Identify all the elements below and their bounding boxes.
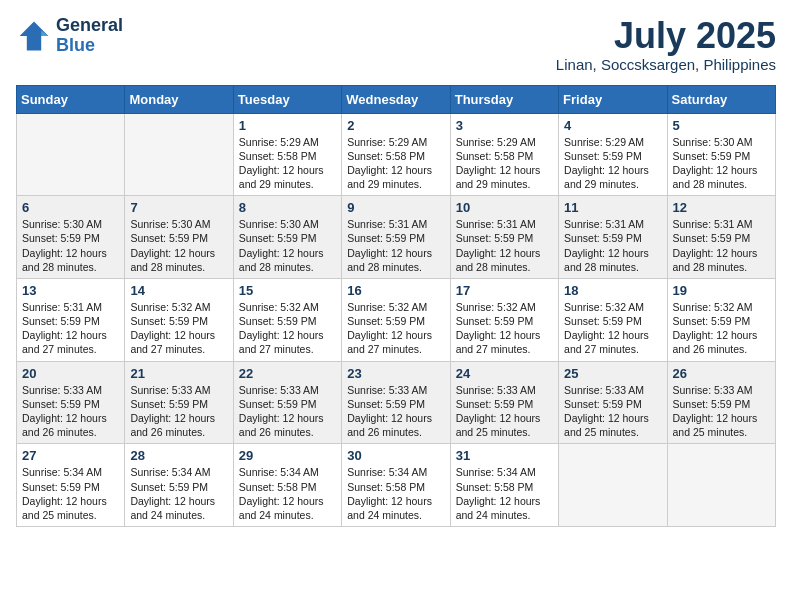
day-number: 25 [564,366,661,381]
cell-info: Sunrise: 5:31 AM Sunset: 5:59 PM Dayligh… [673,217,770,274]
day-number: 2 [347,118,444,133]
cell-info: Sunrise: 5:30 AM Sunset: 5:59 PM Dayligh… [673,135,770,192]
cell-info: Sunrise: 5:32 AM Sunset: 5:59 PM Dayligh… [673,300,770,357]
cell-info: Sunrise: 5:31 AM Sunset: 5:59 PM Dayligh… [456,217,553,274]
calendar-cell: 17Sunrise: 5:32 AM Sunset: 5:59 PM Dayli… [450,278,558,361]
day-number: 20 [22,366,119,381]
calendar-cell: 30Sunrise: 5:34 AM Sunset: 5:58 PM Dayli… [342,444,450,527]
calendar-cell: 20Sunrise: 5:33 AM Sunset: 5:59 PM Dayli… [17,361,125,444]
day-number: 9 [347,200,444,215]
calendar-cell: 27Sunrise: 5:34 AM Sunset: 5:59 PM Dayli… [17,444,125,527]
day-number: 26 [673,366,770,381]
cell-info: Sunrise: 5:31 AM Sunset: 5:59 PM Dayligh… [347,217,444,274]
calendar-cell: 18Sunrise: 5:32 AM Sunset: 5:59 PM Dayli… [559,278,667,361]
day-number: 24 [456,366,553,381]
day-number: 4 [564,118,661,133]
location: Linan, Soccsksargen, Philippines [556,56,776,73]
weekday-header-friday: Friday [559,85,667,113]
calendar-cell: 6Sunrise: 5:30 AM Sunset: 5:59 PM Daylig… [17,196,125,279]
calendar-cell: 11Sunrise: 5:31 AM Sunset: 5:59 PM Dayli… [559,196,667,279]
day-number: 15 [239,283,336,298]
cell-info: Sunrise: 5:30 AM Sunset: 5:59 PM Dayligh… [239,217,336,274]
day-number: 22 [239,366,336,381]
weekday-header-monday: Monday [125,85,233,113]
month-title: July 2025 [556,16,776,56]
weekday-header-thursday: Thursday [450,85,558,113]
cell-info: Sunrise: 5:29 AM Sunset: 5:58 PM Dayligh… [347,135,444,192]
calendar-cell: 26Sunrise: 5:33 AM Sunset: 5:59 PM Dayli… [667,361,775,444]
calendar-cell: 16Sunrise: 5:32 AM Sunset: 5:59 PM Dayli… [342,278,450,361]
cell-info: Sunrise: 5:29 AM Sunset: 5:58 PM Dayligh… [239,135,336,192]
calendar-cell: 22Sunrise: 5:33 AM Sunset: 5:59 PM Dayli… [233,361,341,444]
day-number: 8 [239,200,336,215]
cell-info: Sunrise: 5:32 AM Sunset: 5:59 PM Dayligh… [347,300,444,357]
calendar-table: SundayMondayTuesdayWednesdayThursdayFrid… [16,85,776,527]
calendar-cell [559,444,667,527]
cell-info: Sunrise: 5:31 AM Sunset: 5:59 PM Dayligh… [22,300,119,357]
day-number: 5 [673,118,770,133]
logo-text: General Blue [56,16,123,56]
calendar-week-row: 27Sunrise: 5:34 AM Sunset: 5:59 PM Dayli… [17,444,776,527]
cell-info: Sunrise: 5:33 AM Sunset: 5:59 PM Dayligh… [347,383,444,440]
calendar-cell [125,113,233,196]
title-block: July 2025 Linan, Soccsksargen, Philippin… [556,16,776,73]
page-header: General Blue July 2025 Linan, Soccsksarg… [16,16,776,73]
calendar-header-row: SundayMondayTuesdayWednesdayThursdayFrid… [17,85,776,113]
day-number: 13 [22,283,119,298]
calendar-cell: 13Sunrise: 5:31 AM Sunset: 5:59 PM Dayli… [17,278,125,361]
cell-info: Sunrise: 5:33 AM Sunset: 5:59 PM Dayligh… [456,383,553,440]
calendar-cell: 8Sunrise: 5:30 AM Sunset: 5:59 PM Daylig… [233,196,341,279]
cell-info: Sunrise: 5:33 AM Sunset: 5:59 PM Dayligh… [673,383,770,440]
cell-info: Sunrise: 5:33 AM Sunset: 5:59 PM Dayligh… [564,383,661,440]
day-number: 12 [673,200,770,215]
logo: General Blue [16,16,123,56]
calendar-cell: 31Sunrise: 5:34 AM Sunset: 5:58 PM Dayli… [450,444,558,527]
cell-info: Sunrise: 5:32 AM Sunset: 5:59 PM Dayligh… [564,300,661,357]
weekday-header-sunday: Sunday [17,85,125,113]
calendar-cell: 25Sunrise: 5:33 AM Sunset: 5:59 PM Dayli… [559,361,667,444]
calendar-cell [17,113,125,196]
day-number: 21 [130,366,227,381]
calendar-cell: 5Sunrise: 5:30 AM Sunset: 5:59 PM Daylig… [667,113,775,196]
cell-info: Sunrise: 5:33 AM Sunset: 5:59 PM Dayligh… [239,383,336,440]
calendar-cell: 3Sunrise: 5:29 AM Sunset: 5:58 PM Daylig… [450,113,558,196]
cell-info: Sunrise: 5:33 AM Sunset: 5:59 PM Dayligh… [130,383,227,440]
day-number: 17 [456,283,553,298]
calendar-week-row: 1Sunrise: 5:29 AM Sunset: 5:58 PM Daylig… [17,113,776,196]
calendar-cell: 4Sunrise: 5:29 AM Sunset: 5:59 PM Daylig… [559,113,667,196]
calendar-cell: 29Sunrise: 5:34 AM Sunset: 5:58 PM Dayli… [233,444,341,527]
day-number: 19 [673,283,770,298]
cell-info: Sunrise: 5:32 AM Sunset: 5:59 PM Dayligh… [239,300,336,357]
weekday-header-saturday: Saturday [667,85,775,113]
day-number: 30 [347,448,444,463]
calendar-cell: 12Sunrise: 5:31 AM Sunset: 5:59 PM Dayli… [667,196,775,279]
day-number: 27 [22,448,119,463]
calendar-week-row: 6Sunrise: 5:30 AM Sunset: 5:59 PM Daylig… [17,196,776,279]
day-number: 14 [130,283,227,298]
day-number: 1 [239,118,336,133]
day-number: 31 [456,448,553,463]
calendar-cell [667,444,775,527]
calendar-cell: 1Sunrise: 5:29 AM Sunset: 5:58 PM Daylig… [233,113,341,196]
day-number: 11 [564,200,661,215]
day-number: 3 [456,118,553,133]
cell-info: Sunrise: 5:30 AM Sunset: 5:59 PM Dayligh… [130,217,227,274]
cell-info: Sunrise: 5:32 AM Sunset: 5:59 PM Dayligh… [456,300,553,357]
day-number: 7 [130,200,227,215]
day-number: 16 [347,283,444,298]
cell-info: Sunrise: 5:32 AM Sunset: 5:59 PM Dayligh… [130,300,227,357]
calendar-cell: 14Sunrise: 5:32 AM Sunset: 5:59 PM Dayli… [125,278,233,361]
logo-icon [16,18,52,54]
cell-info: Sunrise: 5:33 AM Sunset: 5:59 PM Dayligh… [22,383,119,440]
day-number: 23 [347,366,444,381]
calendar-cell: 10Sunrise: 5:31 AM Sunset: 5:59 PM Dayli… [450,196,558,279]
calendar-week-row: 13Sunrise: 5:31 AM Sunset: 5:59 PM Dayli… [17,278,776,361]
cell-info: Sunrise: 5:34 AM Sunset: 5:59 PM Dayligh… [22,465,119,522]
cell-info: Sunrise: 5:34 AM Sunset: 5:58 PM Dayligh… [456,465,553,522]
day-number: 6 [22,200,119,215]
calendar-cell: 19Sunrise: 5:32 AM Sunset: 5:59 PM Dayli… [667,278,775,361]
weekday-header-tuesday: Tuesday [233,85,341,113]
calendar-cell: 7Sunrise: 5:30 AM Sunset: 5:59 PM Daylig… [125,196,233,279]
calendar-cell: 15Sunrise: 5:32 AM Sunset: 5:59 PM Dayli… [233,278,341,361]
weekday-header-wednesday: Wednesday [342,85,450,113]
